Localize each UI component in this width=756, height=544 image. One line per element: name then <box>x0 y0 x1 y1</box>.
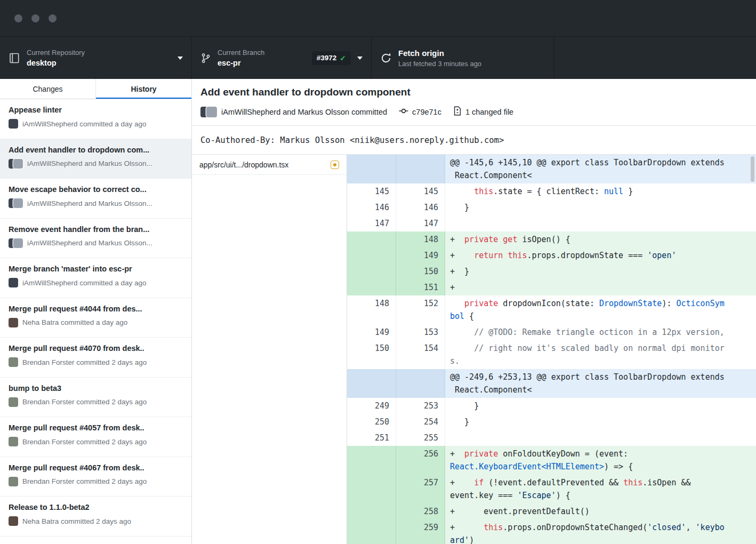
commit-list-item[interactable]: Remove event handler from the bran...iAm… <box>0 219 191 259</box>
git-commit-icon <box>399 106 408 117</box>
commit-title: Merge pull request #4067 from desk.. <box>9 463 183 472</box>
diff-gutter-old-line <box>347 519 396 544</box>
diff-row-ctx: 149153 // @TODO: Remake triangle octicon… <box>347 324 756 340</box>
commit-meta-text: iAmWillShepherd and Markus Olsson... <box>27 199 152 207</box>
diff-gutter-old-line <box>347 155 396 183</box>
traffic-light-close[interactable] <box>14 14 22 22</box>
avatar <box>9 357 18 367</box>
scrollbar-thumb[interactable] <box>751 156 754 182</box>
diff-code-line: + return this.props.dropdownState === 'o… <box>445 247 756 263</box>
diff-gutter-old-line <box>347 446 396 475</box>
diff-gutter-new-line: 259 <box>396 519 445 544</box>
diff-code-line: + event.preventDefault() <box>445 503 756 519</box>
diff-gutter-new-line: 256 <box>396 446 445 475</box>
commit-list-item[interactable]: Merge pull request #4044 from des...Neha… <box>0 298 191 338</box>
commit-meta: iAmWillShepherd and Markus Olsson... <box>9 238 183 248</box>
diff-gutter-new-line: 147 <box>396 215 445 231</box>
pull-request-badge: #3972 ✓ <box>312 51 351 65</box>
sync-icon <box>380 52 392 64</box>
branch-name: esc-pr <box>218 59 264 68</box>
file-diff-icon <box>453 106 462 117</box>
fetch-origin-button[interactable]: Fetch origin Last fetched 3 minutes ago <box>372 37 554 79</box>
avatar-group <box>9 278 18 287</box>
diff-area: app/src/ui/t.../dropdown.tsx @@ -145,6 +… <box>192 155 756 544</box>
diff-code-line: } <box>445 398 756 414</box>
commit-meta: iAmWillShepherd and Markus Olsson... <box>9 159 183 169</box>
commit-list-item[interactable]: Merge branch 'master' into esc-priAmWill… <box>0 258 191 298</box>
diff-row-ctx: 150154 // right now it's scaled badly on… <box>347 340 756 369</box>
traffic-light-minimize[interactable] <box>31 14 39 22</box>
diff-gutter-old-line: 146 <box>347 199 396 215</box>
tab-changes[interactable]: Changes <box>0 79 96 99</box>
avatar <box>9 278 18 287</box>
repo-icon <box>9 52 20 64</box>
commit-title: Add event handler to dropdown com... <box>9 146 183 154</box>
diff-gutter-old-line: 149 <box>347 324 396 340</box>
commit-meta: iAmWillShepherd committed a day ago <box>9 278 183 287</box>
commit-meta: iAmWillShepherd committed a day ago <box>9 119 183 129</box>
diff-gutter-old-line <box>347 263 396 279</box>
diff-row-ctx: 146146 } <box>347 199 756 215</box>
traffic-light-zoom[interactable] <box>49 14 57 22</box>
diff-gutter-new-line: 151 <box>396 279 445 295</box>
avatar-group <box>9 119 18 129</box>
diff-gutter-new-line: 153 <box>396 324 445 340</box>
chevron-down-icon <box>357 57 363 60</box>
commit-list-item[interactable]: Add event handler to dropdown com...iAmW… <box>0 139 191 179</box>
commit-title: Merge pull request #4070 from desk.. <box>9 344 183 353</box>
diff-row-ctx: 250254 } <box>347 414 756 430</box>
branch-switcher[interactable]: Current Branch esc-pr #3972 ✓ <box>192 37 372 79</box>
repository-switcher[interactable]: Current Repository desktop <box>0 37 192 79</box>
commit-meta-text: iAmWillShepherd committed a day ago <box>22 120 147 128</box>
avatar-group <box>9 318 18 327</box>
commit-list-item[interactable]: bump to beta3Brendan Forster committed 2… <box>0 378 191 418</box>
history-sidebar: Changes History Appease linteriAmWillShe… <box>0 79 192 544</box>
commit-meta: Brendan Forster committed 2 days ago <box>9 357 183 367</box>
commit-list-item[interactable]: Merge pull request #4067 from desk..Bren… <box>0 457 191 497</box>
commit-header: Add event handler to dropdown component … <box>192 79 756 126</box>
avatar <box>206 107 217 117</box>
commit-meta-text: Brendan Forster committed 2 days ago <box>22 477 147 485</box>
diff-gutter-old-line: 145 <box>347 183 396 199</box>
commit-list-item[interactable]: Merge pull request #4057 from desk..Bren… <box>0 417 191 457</box>
pr-number: #3972 <box>317 54 337 62</box>
diff-gutter-old-line: 150 <box>347 340 396 369</box>
diff-code-line: // right now it's scaled badly on normal… <box>445 340 756 369</box>
diff-gutter-new-line: 257 <box>396 475 445 503</box>
diff-gutter-old-line: 251 <box>347 430 396 446</box>
commit-list-item[interactable]: Merge pull request #4059 from desk.. <box>0 537 191 544</box>
commit-meta: Brendan Forster committed 2 days ago <box>9 477 183 486</box>
diff-code-line: + private get isOpen() { <box>445 231 756 247</box>
fetch-subtitle: Last fetched 3 minutes ago <box>398 60 481 68</box>
changed-files-panel: app/src/ui/t.../dropdown.tsx <box>192 155 347 544</box>
commit-list-item[interactable]: Merge pull request #4070 from desk..Bren… <box>0 338 191 378</box>
commit-list-item[interactable]: Move escape behavior to correct co...iAm… <box>0 179 191 219</box>
commit-summary: Add event handler to dropdown component <box>200 86 747 98</box>
diff-code-line: } <box>445 199 756 215</box>
diff-code-line: + private onFoldoutKeyDown = (event: Rea… <box>445 446 756 475</box>
commit-list-item[interactable]: Release to 1.1.0-beta2Neha Batra committ… <box>0 497 191 537</box>
commit-title: Move escape behavior to correct co... <box>9 185 183 194</box>
commit-title: Release to 1.1.0-beta2 <box>9 503 183 511</box>
diff-code-line <box>445 215 756 231</box>
commit-meta-text: Brendan Forster committed 2 days ago <box>22 438 147 446</box>
diff-gutter-old-line <box>347 475 396 503</box>
commit-list-item[interactable]: Appease linteriAmWillShepherd committed … <box>0 99 191 139</box>
tab-history[interactable]: History <box>96 79 191 99</box>
commit-meta: iAmWillShepherd and Markus Olsson... <box>9 198 183 208</box>
avatar <box>9 516 18 526</box>
avatar <box>13 159 23 169</box>
diff-row-add: 148+ private get isOpen() { <box>347 231 756 247</box>
commit-title: Merge pull request #4044 from des... <box>9 305 183 313</box>
avatar <box>9 397 18 407</box>
avatar <box>9 318 18 327</box>
git-branch-icon <box>200 52 211 64</box>
commit-meta: Neha Batra committed a day ago <box>9 318 183 327</box>
commit-meta-text: Brendan Forster committed 2 days ago <box>22 398 147 406</box>
diff-gutter-old-line <box>347 279 396 295</box>
commit-title: bump to beta3 <box>9 384 183 393</box>
diff-gutter-new-line: 258 <box>396 503 445 519</box>
commit-sha: c79e71c <box>412 108 441 116</box>
commit-list: Appease linteriAmWillShepherd committed … <box>0 99 191 544</box>
file-list-item[interactable]: app/src/ui/t.../dropdown.tsx <box>192 155 347 175</box>
